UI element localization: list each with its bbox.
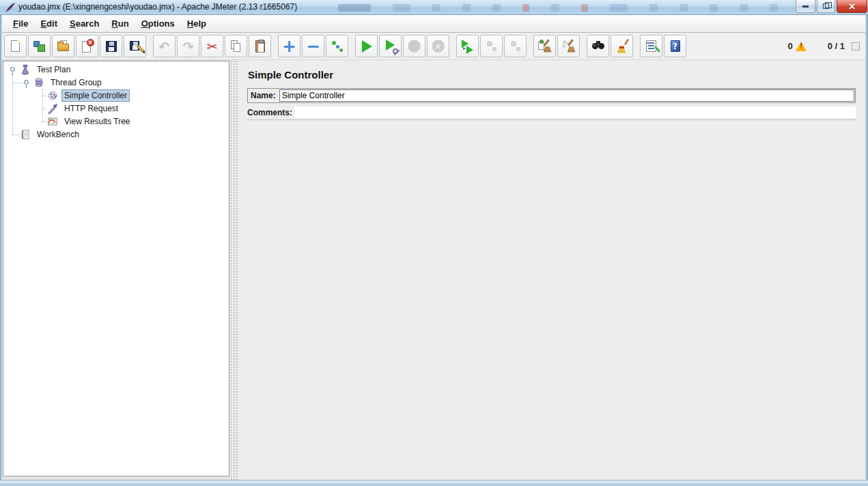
menu-options[interactable]: Options — [135, 17, 181, 30]
restore-icon — [823, 3, 829, 9]
function-helper-button[interactable] — [640, 35, 662, 57]
shutdown-icon: × — [431, 39, 446, 54]
comments-label: Comments: — [247, 108, 294, 117]
undo-icon: ↶ — [157, 39, 172, 54]
name-field[interactable] — [279, 89, 854, 102]
comments-row: Comments: — [247, 105, 856, 120]
toggle-icon — [330, 39, 345, 54]
undo-button[interactable]: ↶ — [153, 35, 176, 57]
warning-icon[interactable]: ! — [796, 41, 807, 51]
start-icon — [359, 39, 374, 54]
search-icon — [591, 39, 606, 54]
simple-controller-panel: Simple Controller Name: Comments: — [238, 60, 865, 480]
search-button[interactable] — [587, 35, 609, 57]
expand-all-button[interactable]: + — [278, 35, 300, 57]
window-border-bottom — [0, 480, 868, 486]
close-window-button[interactable]: × — [837, 0, 867, 13]
save-as-icon — [128, 39, 143, 54]
close-icon: × — [848, 1, 856, 12]
content-area: Test Plan Thread Group Simple Controlle — [2, 60, 865, 480]
function-helper-icon — [644, 39, 659, 54]
window-border-left — [0, 15, 2, 486]
jmeter-logo-icon — [5, 2, 16, 13]
tree-item-view-results-tree[interactable]: View Results Tree — [5, 115, 227, 128]
tree-item-simple-controller[interactable]: Simple Controller — [5, 89, 227, 102]
clear-icon — [537, 39, 552, 54]
save-icon — [104, 39, 119, 54]
remote-stop-all-icon — [484, 39, 499, 54]
clear-all-button[interactable] — [557, 35, 580, 57]
test-running-indicator — [852, 42, 860, 51]
close-file-button[interactable]: × — [76, 35, 98, 57]
tree-item-workbench[interactable]: WorkBench — [5, 128, 227, 141]
start-no-pauses-icon — [383, 39, 398, 54]
tree-item-http-request[interactable]: HTTP Request — [5, 102, 227, 115]
window-border-right — [865, 15, 868, 486]
shutdown-button[interactable]: × — [427, 35, 449, 57]
window-controls: × — [794, 0, 867, 13]
active-thread-count: 0 / 1 — [828, 41, 845, 51]
templates-button[interactable] — [28, 35, 51, 57]
name-row: Name: — [247, 88, 856, 103]
menu-help[interactable]: Help — [181, 17, 212, 30]
redo-icon: ↷ — [181, 39, 196, 54]
menubar: File Edit Search Run Options Help — [2, 15, 865, 33]
paste-button[interactable] — [249, 35, 271, 57]
minimize-button[interactable] — [796, 0, 815, 13]
save-as-button[interactable] — [124, 35, 146, 57]
test-plan-tree: Test Plan Thread Group Simple Controlle — [3, 61, 229, 476]
workbench-icon — [20, 129, 31, 140]
clear-all-icon — [561, 39, 576, 54]
collapse-all-button[interactable]: − — [302, 35, 324, 57]
thread-group-icon — [33, 77, 44, 88]
tree-item-test-plan[interactable]: Test Plan — [5, 63, 227, 76]
comments-field[interactable] — [294, 106, 856, 118]
new-button[interactable] — [4, 35, 27, 57]
clear-button[interactable] — [533, 35, 556, 57]
remote-stop-all-button[interactable] — [480, 35, 503, 57]
save-button[interactable] — [100, 35, 122, 57]
menu-run[interactable]: Run — [105, 17, 135, 30]
page-title: Simple Controller — [248, 69, 333, 81]
copy-button[interactable] — [225, 35, 247, 57]
remote-start-all-button[interactable] — [456, 35, 479, 57]
menu-search[interactable]: Search — [64, 17, 105, 30]
remote-start-all-icon — [460, 39, 475, 54]
copy-icon — [229, 39, 244, 54]
cut-icon: ✂ — [205, 39, 220, 54]
search-reset-button[interactable] — [611, 35, 633, 57]
menu-file[interactable]: File — [7, 17, 34, 30]
start-button[interactable] — [355, 35, 378, 57]
redo-button[interactable]: ↷ — [177, 35, 199, 57]
tree-item-thread-group[interactable]: Thread Group — [5, 76, 227, 89]
window-title: youdao.jmx (E:\xingnengceshi\youdao.jmx)… — [18, 0, 297, 14]
splitpane-divider[interactable] — [230, 60, 238, 480]
toolbar: × ↶ ↷ ✂ + − × ? 0 ! 0 / 1 — [2, 33, 865, 60]
collapse-all-icon: − — [306, 40, 321, 53]
log-error-count[interactable]: 0 — [787, 41, 792, 51]
start-no-pauses-button[interactable] — [379, 35, 402, 57]
stop-button[interactable] — [403, 35, 425, 57]
view-results-tree-icon — [47, 116, 58, 127]
stop-icon — [407, 39, 422, 54]
search-reset-icon — [615, 39, 630, 54]
help-icon: ? — [668, 39, 683, 54]
open-folder-icon — [56, 39, 71, 54]
titlebar-ghost-artifacts — [338, 3, 778, 12]
expand-all-icon: + — [282, 40, 297, 53]
remote-shutdown-all-icon — [508, 39, 523, 54]
remote-shutdown-all-button[interactable] — [504, 35, 527, 57]
menu-edit[interactable]: Edit — [34, 17, 64, 30]
minimize-icon — [802, 5, 809, 8]
simple-controller-icon — [47, 90, 58, 101]
toggle-button[interactable] — [326, 35, 348, 57]
test-plan-icon — [20, 64, 31, 75]
cut-button[interactable]: ✂ — [201, 35, 223, 57]
templates-icon — [32, 39, 47, 54]
close-file-icon: × — [80, 39, 95, 54]
help-button[interactable]: ? — [664, 35, 686, 57]
name-label: Name: — [248, 91, 279, 100]
open-button[interactable] — [52, 35, 74, 57]
titlebar: youdao.jmx (E:\xingnengceshi\youdao.jmx)… — [0, 0, 868, 15]
restore-button[interactable] — [817, 0, 835, 13]
